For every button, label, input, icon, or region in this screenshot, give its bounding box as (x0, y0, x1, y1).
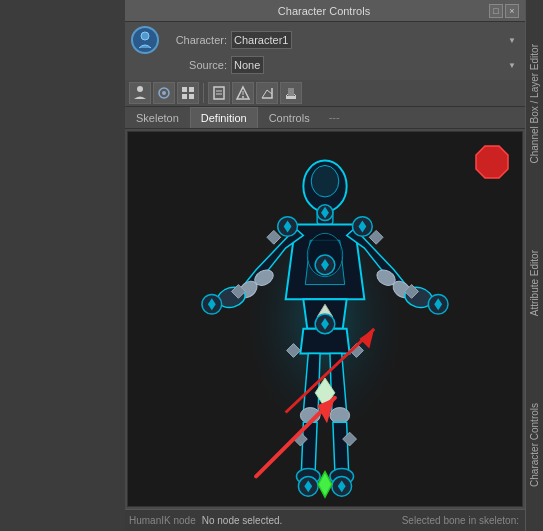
humanik-label: HumanIK node (129, 515, 196, 526)
svg-point-1 (137, 86, 143, 92)
source-select-wrapper: None (231, 56, 519, 74)
toolbar-btn-1[interactable] (129, 82, 151, 104)
source-row: Source: None (131, 56, 519, 74)
canvas-area (127, 131, 523, 507)
character-icon (131, 26, 159, 54)
minimize-button[interactable]: □ (489, 4, 503, 18)
svg-point-32 (330, 408, 350, 424)
left-panel (0, 0, 125, 531)
toolbar-btn-6[interactable] (256, 82, 278, 104)
svg-rect-8 (214, 87, 224, 99)
header-area: Character: Character1 Source: None (125, 22, 525, 80)
tab-definition[interactable]: Definition (190, 107, 258, 128)
node-value: No node selected. (202, 515, 283, 526)
tab-skeleton[interactable]: Skeleton (125, 107, 190, 128)
tab-dash: --- (321, 107, 348, 128)
toolbar-btn-4[interactable] (208, 82, 230, 104)
svg-point-0 (141, 32, 149, 40)
source-select[interactable]: None (231, 56, 264, 74)
toolbar (125, 80, 525, 107)
source-label: Source: (167, 59, 227, 71)
close-button[interactable]: × (505, 4, 519, 18)
svg-rect-4 (182, 87, 187, 92)
toolbar-btn-3[interactable] (177, 82, 199, 104)
svg-point-13 (242, 96, 244, 98)
toolbar-btn-7[interactable] (280, 82, 302, 104)
tabs-bar: Skeleton Definition Controls --- (125, 107, 525, 129)
svg-line-16 (286, 94, 288, 96)
character-figure (128, 132, 522, 506)
toolbar-btn-5[interactable] (232, 82, 254, 104)
svg-rect-6 (182, 94, 187, 99)
svg-line-17 (294, 94, 296, 96)
svg-rect-7 (189, 94, 194, 99)
character-label: Character: (167, 34, 227, 46)
toolbar-btn-2[interactable] (153, 82, 175, 104)
title-bar-buttons: □ × (489, 4, 519, 18)
bone-label: Selected bone in skeleton: (402, 515, 519, 526)
sidebar-label-character: Character Controls (529, 399, 540, 491)
character-select[interactable]: Character1 (231, 31, 292, 49)
right-sidebar: Channel Box / Layer Editor Attribute Edi… (525, 0, 543, 531)
svg-point-21 (311, 165, 339, 196)
sidebar-label-attribute: Attribute Editor (529, 246, 540, 320)
character-select-wrapper: Character1 (231, 31, 519, 49)
sidebar-label-channel: Channel Box / Layer Editor (529, 40, 540, 168)
tab-controls[interactable]: Controls (258, 107, 321, 128)
svg-rect-14 (286, 96, 296, 99)
title-bar: Character Controls □ × (125, 0, 525, 22)
window-title: Character Controls (159, 5, 489, 17)
svg-rect-5 (189, 87, 194, 92)
main-area: Character Controls □ × Character: Charac… (125, 0, 525, 531)
status-bar: HumanIK node No node selected. Selected … (125, 509, 525, 531)
svg-rect-15 (288, 88, 294, 96)
toolbar-separator-1 (203, 83, 204, 103)
character-row: Character: Character1 (131, 26, 519, 54)
svg-point-3 (162, 91, 166, 95)
